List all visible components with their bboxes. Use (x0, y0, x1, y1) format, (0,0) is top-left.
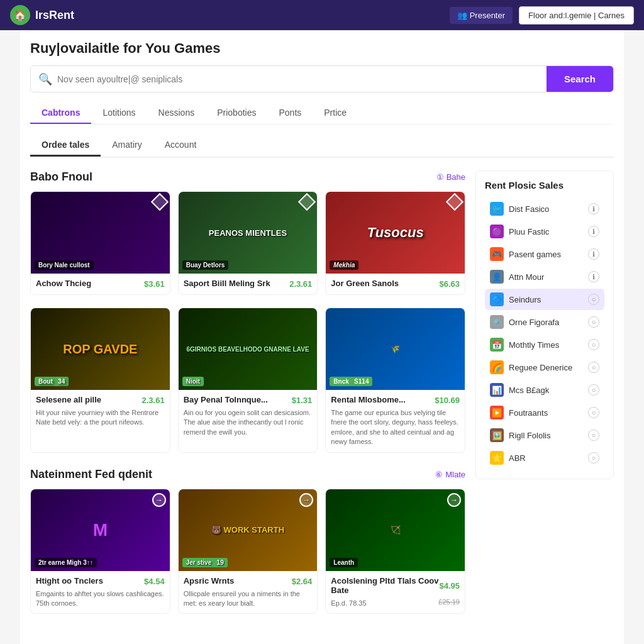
sidebar-icon-4: 🔷 (490, 292, 504, 306)
sidebar-label-0: Dist Fasico (509, 204, 583, 214)
sidebar-icon-11: ⭐ (490, 451, 504, 465)
app-header: 🏠 IrsRent 👥 Presenter Floor and:l.gemie … (0, 0, 644, 30)
game-image-g4: ROP GAVDE Bout 34 (31, 308, 170, 390)
card-row-g7: Htight oo Tnclers $4.54 (36, 576, 165, 587)
card-price-g3: $6.63 (439, 279, 460, 289)
sidebar-item-3[interactable]: 👤 Attn Mour ℹ (485, 266, 604, 287)
arrow-icon-g8: → (299, 493, 313, 507)
sidebar-item-9[interactable]: ▶️ Foutraants ○ (485, 402, 604, 423)
sidebar-label-2: Pasent games (509, 250, 583, 259)
game-card-g1[interactable]: Bory Nale cullost Achow Thcieg $3.61 (30, 191, 170, 295)
sidebar-item-7[interactable]: 🌈 Reguee Denerice ○ (485, 357, 604, 378)
sidebar-icon-0: 🐦 (490, 202, 504, 216)
game-card-g2[interactable]: PEANOS MIENTLES Buay Detlors Saport Biil… (178, 191, 318, 295)
game-card-g5[interactable]: 6GIRNIOS BEAVELHODO GNARNE LAVE Nioit Ba… (178, 308, 318, 453)
games-label: Floor and:l.gemie | Carnes (528, 11, 625, 20)
game-card-g4[interactable]: ROP GAVDE Bout 34 Selesene all pille 2.3… (30, 308, 170, 453)
filter-tab-ponts[interactable]: Ponts (267, 103, 313, 124)
section1-header: Babo Fnoul ① Bahe (30, 170, 465, 184)
sidebar-btn-2[interactable]: ℹ (588, 248, 599, 260)
section2-link-icon: ⑥ (435, 470, 443, 479)
sidebar-item-10[interactable]: 🖼️ Rigll Fololis ○ (485, 425, 604, 446)
search-input[interactable] (57, 74, 539, 84)
sub-tab-amatiry[interactable]: Amatiry (101, 135, 153, 157)
card-price-g1: $3.61 (144, 279, 165, 289)
section2-title: Nateinment Fed qdenit (30, 468, 152, 481)
sub-tab-account[interactable]: Account (153, 135, 208, 157)
card-title-g1: Achow Thcieg (36, 279, 91, 288)
game-card-g7[interactable]: M → 2tr earne Migh 3↑↑ Htight oo Tnclers… (30, 489, 170, 614)
badge-g7: 2tr earne Migh 3↑↑ (35, 558, 97, 567)
sidebar-box: Rent Plosic Sales 🐦 Dist Fasico ℹ 🟣 Pluu… (475, 170, 614, 479)
game-grid-row1: Bory Nale cullost Achow Thcieg $3.61 PEA… (30, 191, 465, 295)
sidebar-btn-7[interactable]: ○ (588, 362, 599, 373)
sidebar-icon-9: ▶️ (490, 406, 504, 419)
sidebar-btn-1[interactable]: ℹ (588, 226, 599, 237)
games-button[interactable]: Floor and:l.gemie | Carnes (519, 6, 634, 25)
sidebar-btn-6[interactable]: ○ (588, 339, 599, 350)
card-desc-g7: Emgaints to ahftet you slows cashlicages… (36, 589, 165, 609)
game-image-g1: Bory Nale cullost (31, 192, 170, 274)
main-container: Ruy|ovailaitle for You Games 🔍 Search Ca… (20, 30, 624, 644)
filter-tab-cabtrons[interactable]: Cabtrons (30, 103, 91, 124)
presenter-button[interactable]: 👥 Presenter (450, 7, 513, 24)
card-title-g3: Jor Green Sanols (331, 279, 399, 288)
sidebar-btn-8[interactable]: ○ (588, 384, 599, 396)
sidebar-item-6[interactable]: 📅 Mothtly Times ○ (485, 334, 604, 355)
card-title-g8: Apsric Wrnts (184, 576, 235, 586)
logo: 🏠 IrsRent (10, 5, 74, 25)
card-desc-g9: Ep.d. 78.35 (331, 599, 366, 608)
sidebar-item-2[interactable]: 🎮 Pasent games ℹ (485, 243, 604, 265)
card-row-g3: Jor Green Sanols $6.63 (331, 279, 460, 289)
sidebar-item-0[interactable]: 🐦 Dist Fasico ℹ (485, 198, 604, 219)
search-input-wrap: 🔍 (31, 66, 547, 92)
section1-title: Babo Fnoul (30, 170, 92, 184)
section1-link[interactable]: ① Bahe (436, 172, 465, 182)
sidebar-icon-1: 🟣 (490, 225, 504, 238)
card-row-g9: Acolslening Pltd Tlals Coov Bate $4.95 (331, 576, 460, 596)
section2-link[interactable]: ⑥ Mlate (435, 470, 465, 479)
game-card-g6[interactable]: 🌾 Bnck S114 Rental Mlosbome... $10.69 Th… (325, 308, 465, 453)
arrow-icon-g9: → (447, 493, 461, 507)
game-image-g7: M → 2tr earne Migh 3↑↑ (31, 489, 170, 571)
sidebar-label-10: Rigll Fololis (509, 431, 583, 440)
logo-icon: 🏠 (10, 5, 30, 25)
hero-title: Ruy|ovailaitle for You Games (30, 40, 614, 57)
card-row-g1: Achow Thcieg $3.61 (36, 279, 165, 289)
game-card-g8[interactable]: 🐻 WORK STARTH → Jer stive 19 Apsric Wrnt… (178, 489, 318, 614)
sidebar: Rent Plosic Sales 🐦 Dist Fasico ℹ 🟣 Pluu… (475, 170, 614, 626)
filter-tab-prioboties[interactable]: Prioboties (206, 103, 267, 124)
sidebar-item-5[interactable]: ⚙️ Orne Figorafa ○ (485, 311, 604, 333)
game-card-g9[interactable]: 🏹 → Leanth Acolslening Pltd Tlals Coov B… (325, 489, 465, 614)
filter-tab-prtice[interactable]: Prtice (313, 103, 358, 124)
sidebar-btn-11[interactable]: ○ (588, 452, 599, 464)
sidebar-title: Rent Plosic Sales (485, 180, 604, 191)
card-title-g9: Acolslening Pltd Tlals Coov Bate (331, 576, 439, 595)
sidebar-btn-4[interactable]: ○ (588, 294, 599, 305)
sidebar-btn-9[interactable]: ○ (588, 407, 599, 418)
sidebar-item-11[interactable]: ⭐ ABR ○ (485, 447, 604, 469)
filter-tab-lotitions[interactable]: Lotitions (91, 103, 147, 124)
filter-tab-nessions[interactable]: Nessions (147, 103, 206, 124)
sidebar-btn-0[interactable]: ℹ (588, 203, 599, 214)
sidebar-item-8[interactable]: 📊 Mcs B£agk ○ (485, 379, 604, 401)
sidebar-btn-3[interactable]: ℹ (588, 271, 599, 282)
game-grid-row3: M → 2tr earne Migh 3↑↑ Htight oo Tnclers… (30, 489, 465, 614)
card-row-g4: Selesene all pille 2.3.61 (36, 395, 165, 406)
badge-green-g6: Bnck S114 (330, 377, 372, 386)
sidebar-item-1[interactable]: 🟣 Pluu Fastic ℹ (485, 221, 604, 242)
sidebar-btn-10[interactable]: ○ (588, 430, 599, 441)
search-button[interactable]: Search (547, 66, 613, 92)
sidebar-btn-5[interactable]: ○ (588, 316, 599, 328)
sub-tab-ordee[interactable]: Ordee tales (30, 135, 101, 157)
sidebar-label-6: Mothtly Times (509, 340, 583, 350)
game-card-g3[interactable]: Tusocus Mekhia Jor Green Sanols $6.63 (325, 191, 465, 295)
game-image-g8: 🐻 WORK STARTH → Jer stive 19 (179, 489, 318, 571)
sidebar-item-4[interactable]: 🔷 Seindurs ○ (485, 289, 604, 310)
section1-link-label: Bahe (447, 172, 465, 182)
game-image-g5: 6GIRNIOS BEAVELHODO GNARNE LAVE Nioit (179, 308, 318, 390)
sidebar-label-1: Pluu Fastic (509, 227, 583, 236)
card-price-g2: 2.3.61 (289, 279, 312, 289)
card-price-g9: $4.95 (439, 581, 460, 591)
card-strike-row-g9: Ep.d. 78.35 £25.19 (331, 596, 460, 608)
